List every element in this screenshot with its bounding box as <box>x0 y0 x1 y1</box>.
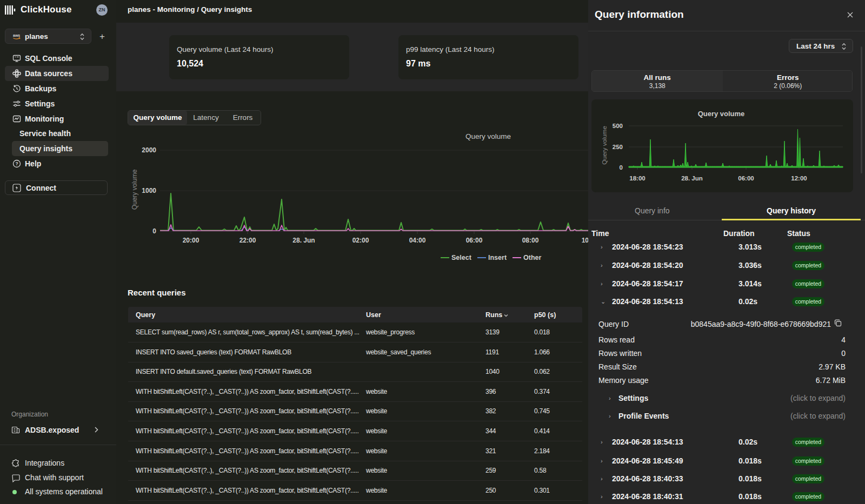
svg-text:2000: 2000 <box>142 146 156 154</box>
svg-text:0: 0 <box>152 227 156 235</box>
svg-text:1000: 1000 <box>142 187 156 194</box>
svg-text:06:00: 06:00 <box>738 175 754 182</box>
svg-text:04:00: 04:00 <box>409 237 426 244</box>
svg-text:06:00: 06:00 <box>466 237 483 244</box>
svg-text:Other: Other <box>523 254 541 261</box>
svg-text:500: 500 <box>613 123 623 129</box>
svg-text:Query volume: Query volume <box>465 132 511 140</box>
svg-text:Insert: Insert <box>488 254 507 261</box>
svg-text:08:00: 08:00 <box>522 237 539 244</box>
svg-text:Select: Select <box>451 254 472 261</box>
svg-text:Query volume: Query volume <box>698 110 745 118</box>
svg-text:250: 250 <box>613 144 623 150</box>
svg-text:18:00: 18:00 <box>629 175 645 182</box>
svg-text:aws: aws <box>13 33 20 37</box>
svg-text:0: 0 <box>620 164 623 171</box>
svg-text:28. Jun: 28. Jun <box>681 175 703 182</box>
svg-text:02:00: 02:00 <box>352 237 369 244</box>
svg-text:28. Jun: 28. Jun <box>292 237 315 244</box>
svg-text:Query volume: Query volume <box>601 126 608 165</box>
svg-text:20:00: 20:00 <box>183 237 199 244</box>
svg-text:22:00: 22:00 <box>239 237 256 244</box>
svg-text:12:00: 12:00 <box>791 175 807 182</box>
svg-text:?: ? <box>16 161 18 166</box>
svg-text:Query volume: Query volume <box>131 169 138 210</box>
